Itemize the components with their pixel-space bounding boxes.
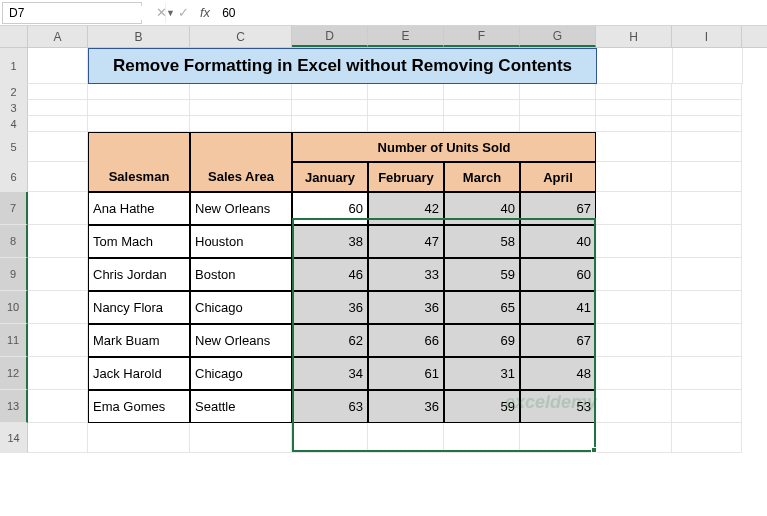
row-header[interactable]: 7 bbox=[0, 192, 28, 225]
cell[interactable] bbox=[292, 84, 368, 100]
cell-value[interactable]: 34 bbox=[292, 357, 368, 390]
fx-icon[interactable]: fx bbox=[194, 5, 216, 20]
row-header[interactable]: 5 bbox=[0, 132, 28, 162]
cell-value[interactable]: 53 bbox=[520, 390, 596, 423]
cell[interactable] bbox=[292, 100, 368, 116]
col-header[interactable]: H bbox=[596, 26, 672, 47]
cancel-icon[interactable]: ✕ bbox=[150, 5, 172, 20]
cell[interactable] bbox=[672, 390, 742, 423]
cell[interactable] bbox=[28, 357, 88, 390]
row-header[interactable]: 14 bbox=[0, 423, 28, 453]
cell[interactable] bbox=[88, 423, 190, 453]
row-header[interactable]: 3 bbox=[0, 100, 28, 116]
cell[interactable] bbox=[672, 291, 742, 324]
cell[interactable] bbox=[28, 84, 88, 100]
cell-value[interactable]: 31 bbox=[444, 357, 520, 390]
title-cell[interactable]: Remove Formatting in Excel without Remov… bbox=[88, 48, 596, 84]
cell[interactable] bbox=[596, 291, 672, 324]
table-header-mar[interactable]: March bbox=[444, 162, 520, 192]
cell[interactable] bbox=[672, 192, 742, 225]
table-header-jan[interactable]: January bbox=[292, 162, 368, 192]
row-header[interactable]: 2 bbox=[0, 84, 28, 100]
cell-name[interactable]: Ana Hathe bbox=[88, 192, 190, 225]
cell[interactable] bbox=[292, 116, 368, 132]
col-header[interactable]: B bbox=[88, 26, 190, 47]
cell[interactable] bbox=[672, 100, 742, 116]
cell[interactable] bbox=[596, 116, 672, 132]
cell[interactable] bbox=[520, 84, 596, 100]
cell[interactable] bbox=[292, 423, 368, 453]
cell[interactable] bbox=[672, 225, 742, 258]
cell-area[interactable]: New Orleans bbox=[190, 192, 292, 225]
cell[interactable] bbox=[673, 48, 743, 84]
cell[interactable] bbox=[596, 162, 672, 192]
cell[interactable] bbox=[596, 357, 672, 390]
table-header-units[interactable]: Number of Units Sold bbox=[292, 132, 596, 162]
cell[interactable] bbox=[190, 100, 292, 116]
cell-value[interactable]: 48 bbox=[520, 357, 596, 390]
cell-area[interactable]: Chicago bbox=[190, 291, 292, 324]
table-header-salesarea[interactable] bbox=[190, 132, 292, 162]
col-header[interactable]: A bbox=[28, 26, 88, 47]
row-header[interactable]: 10 bbox=[0, 291, 28, 324]
row-header[interactable]: 1 bbox=[0, 48, 28, 84]
cell-area[interactable]: Boston bbox=[190, 258, 292, 291]
cell[interactable] bbox=[28, 291, 88, 324]
cell[interactable] bbox=[597, 48, 673, 84]
cell[interactable] bbox=[88, 116, 190, 132]
cell-value[interactable]: 36 bbox=[368, 390, 444, 423]
col-header[interactable]: D bbox=[292, 26, 368, 47]
cell-name[interactable]: Chris Jordan bbox=[88, 258, 190, 291]
cell-value[interactable]: 69 bbox=[444, 324, 520, 357]
col-header[interactable]: C bbox=[190, 26, 292, 47]
cell[interactable] bbox=[28, 192, 88, 225]
cell-value[interactable]: 59 bbox=[444, 258, 520, 291]
cell-value[interactable]: 41 bbox=[520, 291, 596, 324]
cell[interactable] bbox=[28, 162, 88, 192]
row-header[interactable]: 4 bbox=[0, 116, 28, 132]
cell[interactable] bbox=[28, 132, 88, 162]
table-header-apr[interactable]: April bbox=[520, 162, 596, 192]
cell[interactable] bbox=[672, 84, 742, 100]
cell-name[interactable]: Mark Buam bbox=[88, 324, 190, 357]
cell[interactable] bbox=[368, 100, 444, 116]
cell-name[interactable]: Ema Gomes bbox=[88, 390, 190, 423]
select-all-corner[interactable] bbox=[0, 26, 28, 47]
table-header-feb[interactable]: February bbox=[368, 162, 444, 192]
cell-value[interactable]: 58 bbox=[444, 225, 520, 258]
cell-value[interactable]: 33 bbox=[368, 258, 444, 291]
cell[interactable] bbox=[28, 390, 88, 423]
cell[interactable] bbox=[28, 423, 88, 453]
cell[interactable] bbox=[672, 258, 742, 291]
cell-value[interactable]: 66 bbox=[368, 324, 444, 357]
cell[interactable] bbox=[596, 423, 672, 453]
cell-value[interactable]: 40 bbox=[520, 225, 596, 258]
cell[interactable] bbox=[190, 423, 292, 453]
row-header[interactable]: 11 bbox=[0, 324, 28, 357]
cell[interactable] bbox=[444, 423, 520, 453]
cell[interactable] bbox=[28, 116, 88, 132]
cell-value[interactable]: 38 bbox=[292, 225, 368, 258]
cell[interactable] bbox=[596, 84, 672, 100]
formula-input[interactable] bbox=[216, 2, 767, 24]
cell[interactable] bbox=[672, 357, 742, 390]
cell[interactable] bbox=[28, 100, 88, 116]
cell[interactable] bbox=[672, 162, 742, 192]
cell-value[interactable]: 47 bbox=[368, 225, 444, 258]
cell[interactable] bbox=[672, 132, 742, 162]
cell[interactable] bbox=[368, 423, 444, 453]
cell-value[interactable]: 67 bbox=[520, 192, 596, 225]
col-header[interactable]: F bbox=[444, 26, 520, 47]
cell[interactable] bbox=[520, 116, 596, 132]
cell-value[interactable]: 65 bbox=[444, 291, 520, 324]
cell-value[interactable]: 40 bbox=[444, 192, 520, 225]
cell-area[interactable]: Seattle bbox=[190, 390, 292, 423]
cell-name[interactable]: Jack Harold bbox=[88, 357, 190, 390]
cell[interactable] bbox=[368, 116, 444, 132]
cell-area[interactable]: Houston bbox=[190, 225, 292, 258]
name-box-wrap[interactable]: ▼ bbox=[2, 2, 142, 24]
cell[interactable] bbox=[596, 258, 672, 291]
row-header[interactable]: 9 bbox=[0, 258, 28, 291]
cell[interactable] bbox=[28, 48, 88, 84]
cell-value[interactable]: 61 bbox=[368, 357, 444, 390]
